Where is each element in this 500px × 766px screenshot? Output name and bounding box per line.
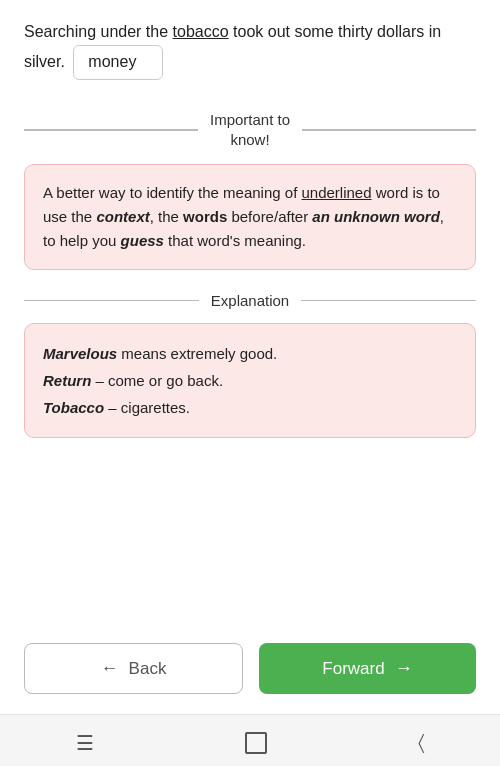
explanation-divider-line-right bbox=[301, 300, 476, 302]
explanation-item-1: Marvelous means extremely good. bbox=[43, 340, 457, 367]
button-row: ← Back Forward → bbox=[0, 627, 500, 714]
explanation-def-1: means extremely good. bbox=[117, 345, 277, 362]
sentence-underlined-word: tobacco bbox=[173, 23, 229, 40]
explanation-def-2: – come or go back. bbox=[91, 372, 223, 389]
explanation-item-3: Tobacco – cigarettes. bbox=[43, 394, 457, 421]
sentence-area: Searching under the tobacco took out som… bbox=[24, 20, 476, 80]
divider-line-right bbox=[302, 129, 476, 131]
divider-line-left bbox=[24, 129, 198, 131]
back-button[interactable]: ← Back bbox=[24, 643, 243, 694]
tip-guess: guess bbox=[121, 232, 164, 249]
back-arrow-icon: ← bbox=[101, 658, 119, 679]
menu-icon[interactable]: ☰ bbox=[76, 731, 94, 755]
nav-bar: ☰ 〈 bbox=[0, 714, 500, 766]
tip-underlined: underlined bbox=[302, 184, 372, 201]
explanation-word-3: Tobacco bbox=[43, 399, 104, 416]
tip-unknown-word: an unknown word bbox=[312, 208, 440, 225]
tip-context: context bbox=[96, 208, 149, 225]
forward-button[interactable]: Forward → bbox=[259, 643, 476, 694]
explanation-divider-line-left bbox=[24, 300, 199, 302]
forward-label: Forward bbox=[322, 659, 384, 679]
explanation-divider: Explanation bbox=[24, 292, 476, 309]
explanation-word-1: Marvelous bbox=[43, 345, 117, 362]
main-content: Searching under the tobacco took out som… bbox=[0, 0, 500, 627]
explanation-word-2: Return bbox=[43, 372, 91, 389]
back-label: Back bbox=[129, 659, 167, 679]
home-icon[interactable] bbox=[245, 732, 267, 754]
answer-box: money bbox=[73, 45, 163, 80]
forward-arrow-icon: → bbox=[395, 658, 413, 679]
tip-words: words bbox=[183, 208, 227, 225]
explanation-card: Marvelous means extremely good. Return –… bbox=[24, 323, 476, 438]
home-square bbox=[245, 732, 267, 754]
important-label: Important to know! bbox=[210, 110, 290, 151]
explanation-label: Explanation bbox=[211, 292, 289, 309]
back-nav-icon[interactable]: 〈 bbox=[418, 731, 425, 754]
explanation-def-3: – cigarettes. bbox=[104, 399, 190, 416]
tip-card: A better way to identify the meaning of … bbox=[24, 164, 476, 270]
explanation-item-2: Return – come or go back. bbox=[43, 367, 457, 394]
sentence-part1: Searching under the bbox=[24, 23, 173, 40]
important-divider: Important to know! bbox=[24, 110, 476, 151]
